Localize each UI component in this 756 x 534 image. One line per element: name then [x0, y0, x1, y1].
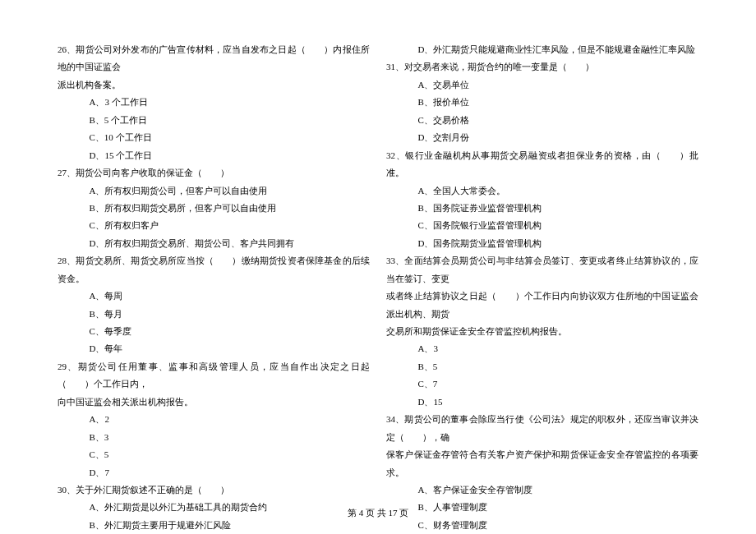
- q29-opt-b: B、3: [58, 429, 370, 446]
- q33-text-3: 交易所和期货保证金安全存管监控机构报告。: [386, 323, 698, 340]
- q31-opt-c: C、交易价格: [386, 112, 698, 129]
- q28-opt-a: A、每周: [58, 288, 370, 305]
- q27-text-1: 27、期货公司向客户收取的保证金（ ）: [58, 164, 370, 182]
- page-footer: 第 4 页 共 17 页: [0, 507, 756, 519]
- q27-opt-a: A、所有权归期货公司，但客户可以自由使用: [58, 182, 370, 200]
- q32-opt-b: B、国务院证券业监督管理机构: [386, 200, 698, 217]
- q26-text-1: 26、期货公司对外发布的广告宣传材料，应当自发布之日起（ ）内报住所地的中国证监…: [58, 41, 370, 76]
- q26-opt-a: A、3 个工作日: [58, 94, 370, 111]
- left-column: 26、期货公司对外发布的广告宣传材料，应当自发布之日起（ ）内报住所地的中国证监…: [58, 41, 370, 534]
- q33-opt-d: D、15: [386, 394, 698, 411]
- q28-opt-c: C、每季度: [58, 323, 370, 340]
- q31-opt-d: D、交割月份: [386, 129, 698, 146]
- q32-opt-c: C、国务院银行业监督管理机构: [386, 217, 698, 234]
- q29-opt-d: D、7: [58, 464, 370, 481]
- q30-text-1: 30、关于外汇期货叙述不正确的是（ ）: [58, 481, 370, 499]
- q30-opt-d: D、外汇期货只能规避商业性汇率风险，但是不能规避金融性汇率风险: [386, 41, 698, 58]
- q27-opt-c: C、所有权归客户: [58, 217, 370, 234]
- q33-text-2: 或者终止结算协议之日起（ ）个工作日内向协议双方住所地的中国证监会派出机构、期货: [386, 288, 698, 323]
- q31-opt-a: A、交易单位: [386, 76, 698, 94]
- q31-opt-b: B、报价单位: [386, 94, 698, 111]
- q33-opt-b: B、5: [386, 358, 698, 375]
- q33-opt-c: C、7: [386, 375, 698, 393]
- q28-opt-d: D、每年: [58, 340, 370, 357]
- q28-opt-b: B、每月: [58, 306, 370, 323]
- q29-opt-a: A、2: [58, 411, 370, 428]
- q26-opt-c: C、10 个工作日: [58, 129, 370, 146]
- q32-opt-d: D、国务院期货业监督管理机构: [386, 235, 698, 252]
- q27-opt-d: D、所有权归期货交易所、期货公司、客户共同拥有: [58, 235, 370, 252]
- q34-text-1: 34、期货公司的董事会除应当行使《公司法》规定的职权外，还应当审议并决定（ ），…: [386, 411, 698, 446]
- right-column: D、外汇期货只能规避商业性汇率风险，但是不能规避金融性汇率风险 31、对交易者来…: [386, 41, 698, 534]
- q32-text-1: 32、银行业金融机构从事期货交易融资或者担保业务的资格，由（ ）批准。: [386, 147, 698, 182]
- q34-text-2: 保客户保证金存管符合有关客户资产保护和期货保证金安全存管监控的各项要求。: [386, 446, 698, 481]
- q29-opt-c: C、5: [58, 446, 370, 463]
- q29-text-2: 向中国证监会相关派出机构报告。: [58, 394, 370, 411]
- q28-text-1: 28、期货交易所、期货交易所应当按（ ）缴纳期货投资者保障基金的后续资金。: [58, 252, 370, 288]
- q29-text-1: 29、期货公司任用董事、监事和高级管理人员，应当自作出决定之日起（ ）个工作日内…: [58, 358, 370, 394]
- q33-opt-a: A、3: [386, 340, 698, 357]
- q34-opt-a: A、客户保证金安全存管制度: [386, 481, 698, 499]
- q32-opt-a: A、全国人大常委会。: [386, 182, 698, 200]
- q26-opt-d: D、15 个工作日: [58, 147, 370, 164]
- q26-opt-b: B、5 个工作日: [58, 112, 370, 129]
- q27-opt-b: B、所有权归期货交易所，但客户可以自由使用: [58, 200, 370, 217]
- q31-text-1: 31、对交易者来说，期货合约的唯一变量是（ ）: [386, 58, 698, 76]
- q26-text-2: 派出机构备案。: [58, 76, 370, 94]
- q33-text-1: 33、全面结算会员期货公司与非结算会员签订、变更或者终止结算协议的，应当在签订、…: [386, 252, 698, 288]
